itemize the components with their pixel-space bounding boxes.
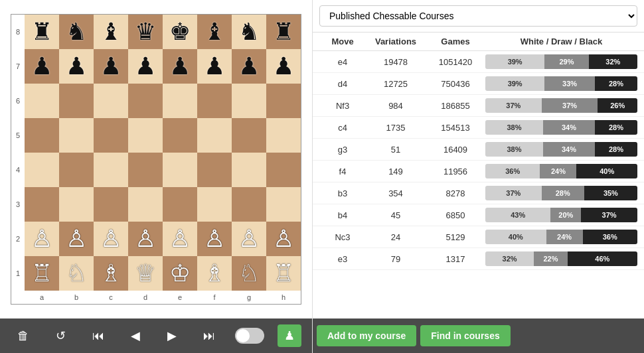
bar-draw: 34% <box>543 142 595 157</box>
table-row[interactable]: e419478105142039%29%32% <box>313 51 644 73</box>
square[interactable] <box>59 118 94 153</box>
bar-draw: 24% <box>546 230 583 244</box>
games-cell: 1317 <box>426 254 485 264</box>
square[interactable] <box>163 187 197 222</box>
square[interactable] <box>59 187 94 222</box>
square[interactable] <box>59 84 94 118</box>
square[interactable]: ♗ <box>94 256 128 291</box>
square[interactable] <box>128 84 163 118</box>
square[interactable] <box>197 187 232 222</box>
square[interactable] <box>94 84 128 118</box>
square[interactable]: ♙ <box>232 222 266 256</box>
square[interactable] <box>197 118 232 153</box>
square[interactable]: ♟ <box>232 49 266 84</box>
table-row[interactable]: g3511640938%34%28% <box>313 139 644 161</box>
rank-label: 8 <box>11 15 25 49</box>
bar-black: 36% <box>583 230 637 244</box>
table-row[interactable]: b3354827837%28%35% <box>313 182 644 204</box>
square[interactable] <box>59 153 94 187</box>
bar-white: 40% <box>485 230 546 244</box>
course-select[interactable]: Published Chessable Courses <box>319 5 637 27</box>
square[interactable]: ♞ <box>232 15 266 49</box>
square[interactable]: ♟ <box>163 49 197 84</box>
square[interactable]: ♙ <box>94 222 128 256</box>
square[interactable]: ♔ <box>163 256 197 291</box>
file-label: b <box>59 291 94 304</box>
square[interactable] <box>266 187 301 222</box>
chess-icon-button[interactable]: ♟ <box>278 324 301 347</box>
square[interactable]: ♗ <box>197 256 232 291</box>
square[interactable]: ♟ <box>59 49 94 84</box>
square[interactable]: ♝ <box>197 15 232 49</box>
add-to-course-button[interactable]: Add to my course <box>317 325 416 346</box>
games-cell: 6850 <box>426 210 485 220</box>
games-cell: 750436 <box>426 79 485 89</box>
square[interactable]: ♟ <box>197 49 232 84</box>
square[interactable]: ♚ <box>163 15 197 49</box>
square[interactable]: ♖ <box>266 256 301 291</box>
find-in-courses-button[interactable]: Find in courses <box>420 325 510 346</box>
col-variations: Variations <box>366 36 426 46</box>
table-row[interactable]: c4173515451338%34%28% <box>313 117 644 139</box>
delete-button[interactable]: 🗑 <box>11 325 36 347</box>
square[interactable] <box>25 118 59 153</box>
square[interactable] <box>266 84 301 118</box>
square[interactable] <box>25 153 59 187</box>
square[interactable] <box>232 84 266 118</box>
square[interactable] <box>163 118 197 153</box>
square[interactable]: ♟ <box>25 49 59 84</box>
square[interactable]: ♟ <box>94 49 128 84</box>
square[interactable]: ♙ <box>128 222 163 256</box>
square[interactable] <box>266 153 301 187</box>
table-row[interactable]: f41491195636%24%40% <box>313 161 644 182</box>
square[interactable]: ♞ <box>59 15 94 49</box>
square[interactable]: ♘ <box>59 256 94 291</box>
square[interactable] <box>266 118 301 153</box>
square[interactable] <box>232 153 266 187</box>
table-row[interactable]: d41272575043639%33%28% <box>313 73 644 95</box>
square[interactable]: ♜ <box>25 15 59 49</box>
toggle-switch[interactable] <box>235 328 264 344</box>
square[interactable]: ♜ <box>266 15 301 49</box>
square[interactable] <box>163 153 197 187</box>
square[interactable] <box>163 84 197 118</box>
square[interactable]: ♘ <box>232 256 266 291</box>
start-button[interactable]: ⏮ <box>86 325 111 347</box>
square[interactable] <box>128 187 163 222</box>
square[interactable] <box>25 187 59 222</box>
square[interactable]: ♙ <box>266 222 301 256</box>
square[interactable]: ♖ <box>25 256 59 291</box>
bar-draw: 22% <box>534 251 567 266</box>
square[interactable]: ♙ <box>25 222 59 256</box>
main-container: 8♜♞♝♛♚♝♞♜7♟♟♟♟♟♟♟♟65432♙♙♙♙♙♙♙♙1♖♘♗♕♔♗♘♖… <box>0 0 644 353</box>
square[interactable]: ♙ <box>163 222 197 256</box>
square[interactable] <box>128 118 163 153</box>
table-row[interactable]: b445685043%20%37% <box>313 204 644 226</box>
winrate-bar: 39%29%32% <box>485 54 637 69</box>
square[interactable] <box>94 153 128 187</box>
square[interactable]: ♙ <box>197 222 232 256</box>
square[interactable]: ♛ <box>128 15 163 49</box>
square[interactable]: ♟ <box>266 49 301 84</box>
move-cell: b3 <box>319 188 366 198</box>
square[interactable] <box>94 187 128 222</box>
square[interactable] <box>128 153 163 187</box>
end-button[interactable]: ⏭ <box>197 325 222 347</box>
square[interactable]: ♕ <box>128 256 163 291</box>
games-cell: 154513 <box>426 123 485 133</box>
square[interactable]: ♟ <box>128 49 163 84</box>
square[interactable] <box>25 84 59 118</box>
forward-button[interactable]: ▶ <box>161 324 183 347</box>
table-row[interactable]: Nf398418685537%37%26% <box>313 95 644 117</box>
square[interactable] <box>197 153 232 187</box>
refresh-button[interactable]: ↺ <box>49 324 72 347</box>
square[interactable] <box>232 118 266 153</box>
table-row[interactable]: Nc324512940%24%36% <box>313 226 644 248</box>
table-row[interactable]: e379131732%22%46% <box>313 248 644 270</box>
square[interactable] <box>197 84 232 118</box>
square[interactable] <box>232 187 266 222</box>
back-button[interactable]: ◀ <box>124 324 147 347</box>
square[interactable]: ♙ <box>59 222 94 256</box>
square[interactable]: ♝ <box>94 15 128 49</box>
square[interactable] <box>94 118 128 153</box>
